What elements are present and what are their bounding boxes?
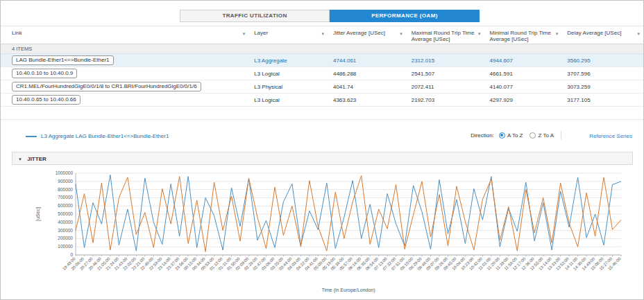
column-header-min-rtt-average[interactable]: Minimal Round Trip Time Average [USec] ▾ xyxy=(484,30,561,42)
jitter-panel-title: JITTER xyxy=(27,156,46,162)
cell-jitter: 4041.74 xyxy=(328,84,406,90)
cell-min-rtt: 4140.077 xyxy=(484,84,561,90)
svg-text:500000: 500000 xyxy=(58,211,73,216)
cell-link: LAG Bundle-Ether1<=>Bundle-Ether1 xyxy=(1,55,248,65)
section-divider xyxy=(1,119,643,120)
column-label: Delay Average [USec] xyxy=(567,30,621,36)
direction-option-a-to-z[interactable]: A To Z xyxy=(499,132,523,139)
cell-layer: L3 Aggregate xyxy=(248,58,328,64)
link-chip[interactable]: 10.40.0.65 to 10.40.0.66 xyxy=(12,95,80,105)
direction-label: Direction: xyxy=(471,132,494,139)
cell-delay: 3707.596 xyxy=(561,71,643,77)
link-chip[interactable]: 10.40.0.10 to 10.40.0.9 xyxy=(12,69,77,78)
chevron-down-icon[interactable]: ▾ xyxy=(321,30,324,37)
column-label: Jitter Average [USec] xyxy=(333,30,385,36)
legend-label: L3 Aggregate LAG Bundle-Ether1<=>Bundle-… xyxy=(41,133,169,139)
direction-option-z-to-a[interactable]: Z To A xyxy=(529,132,554,139)
reference-series-link[interactable]: Reference Series xyxy=(589,133,632,139)
radio-label: A To Z xyxy=(507,132,523,139)
column-label: Minimal Round Trip Time Average [USec] xyxy=(489,30,550,42)
direction-controls: Direction: A To Z Z To A xyxy=(471,131,561,139)
svg-text:600000: 600000 xyxy=(58,203,73,208)
svg-text:100000: 100000 xyxy=(58,244,73,249)
svg-text:900000: 900000 xyxy=(58,179,73,184)
cell-link: CR1.MEL/FourHundredGigE0/0/1/8 to CR1.BR… xyxy=(1,82,248,91)
column-header-max-rtt-average[interactable]: Maximal Round Trip Time Average [USec] ▾ xyxy=(406,30,484,42)
cell-max-rtt: 2192.703 xyxy=(406,97,484,103)
column-label: Maximal Round Trip Time Average [USec] xyxy=(412,30,475,42)
table-row[interactable]: CR1.MEL/FourHundredGigE0/0/1/8 to CR1.BR… xyxy=(1,80,643,94)
table-row[interactable]: 10.40.0.65 to 10.40.0.66 L3 Logical 4363… xyxy=(1,94,643,107)
performance-dashboard: TRAFFIC UTILIZATION PERFORMANCE (OAM) Li… xyxy=(0,0,644,300)
cell-jitter: 4744.061 xyxy=(328,58,406,64)
link-chip[interactable]: CR1.MEL/FourHundredGigE0/0/1/8 to CR1.BR… xyxy=(12,82,201,91)
legend-line-swatch xyxy=(26,136,37,137)
cell-layer: L3 Logical xyxy=(248,71,328,77)
direction-radio[interactable] xyxy=(499,132,505,139)
cell-delay: 3073.259 xyxy=(561,84,643,90)
cell-max-rtt: 2541.507 xyxy=(406,71,484,77)
column-header-jitter-average[interactable]: Jitter Average [USec] ▾ xyxy=(328,30,406,36)
view-tabs: TRAFFIC UTILIZATION PERFORMANCE (OAM) xyxy=(180,10,480,22)
tab-performance-oam[interactable]: PERFORMANCE (OAM) xyxy=(330,10,480,22)
svg-text:200000: 200000 xyxy=(58,236,73,240)
column-header-delay-average[interactable]: Delay Average [USec] ▾ xyxy=(561,30,643,36)
cell-max-rtt: 2312.015 xyxy=(406,58,484,64)
table-row[interactable]: 10.40.0.10 to 10.40.0.9 L3 Logical 4486.… xyxy=(1,67,643,80)
jitter-chart: 0100000200000300000400000500000600000700… xyxy=(12,165,632,297)
cell-min-rtt: 4297.929 xyxy=(484,97,561,103)
cell-jitter: 4363.623 xyxy=(328,97,406,103)
cell-link: 10.40.0.65 to 10.40.0.66 xyxy=(1,95,248,105)
svg-text:[uSec]: [uSec] xyxy=(35,207,41,221)
cell-delay: 3560.295 xyxy=(561,58,643,64)
radio-label: Z To A xyxy=(538,132,554,139)
cell-jitter: 4486.288 xyxy=(328,71,406,77)
chevron-down-icon[interactable]: ▾ xyxy=(478,30,481,37)
cell-min-rtt: 4944.607 xyxy=(484,58,561,64)
svg-text:700000: 700000 xyxy=(58,195,73,200)
cell-delay: 3177.105 xyxy=(561,97,643,103)
direction-radio[interactable] xyxy=(529,132,536,139)
chart-legend: L3 Aggregate LAG Bundle-Ether1<=>Bundle-… xyxy=(26,133,169,139)
table-row[interactable]: LAG Bundle-Ether1<=>Bundle-Ether1 L3 Agg… xyxy=(1,54,643,67)
chevron-down-icon[interactable]: ▾ xyxy=(556,30,559,37)
links-table: Link ▾ Layer ▾ Jitter Average [USec] ▾ M… xyxy=(1,26,643,107)
column-header-layer[interactable]: Layer ▾ xyxy=(248,30,328,36)
cell-layer: L3 Physical xyxy=(248,84,328,90)
svg-text:1000000: 1000000 xyxy=(56,170,74,175)
cell-max-rtt: 2072.411 xyxy=(406,84,484,90)
link-chip[interactable]: LAG Bundle-Ether1<=>Bundle-Ether1 xyxy=(12,55,114,65)
chevron-down-icon[interactable]: ▾ xyxy=(400,30,402,37)
vertical-separator xyxy=(561,131,561,139)
column-label: Layer xyxy=(254,30,268,36)
chevron-down-icon[interactable]: ▾ xyxy=(243,30,246,37)
jitter-chart-area: 0100000200000300000400000500000600000700… xyxy=(12,165,633,300)
tab-traffic-utilization[interactable]: TRAFFIC UTILIZATION xyxy=(180,10,330,22)
svg-text:300000: 300000 xyxy=(58,228,73,233)
column-label: Link xyxy=(12,30,22,36)
jitter-panel-header[interactable]: ▼ JITTER xyxy=(12,152,633,165)
table-header: Link ▾ Layer ▾ Jitter Average [USec] ▾ M… xyxy=(1,26,643,44)
svg-text:Time (in Europe/London): Time (in Europe/London) xyxy=(321,288,375,293)
items-count-band: 4 ITEMS xyxy=(1,44,643,54)
jitter-panel: ▼ JITTER 0100000200000300000400000500000… xyxy=(12,152,633,297)
chevron-down-icon[interactable]: ▾ xyxy=(637,30,640,37)
svg-text:800000: 800000 xyxy=(58,187,73,192)
cell-layer: L3 Logical xyxy=(248,97,328,103)
triangle-down-icon: ▼ xyxy=(18,157,22,161)
cell-min-rtt: 4661.591 xyxy=(484,71,561,77)
cell-link: 10.40.0.10 to 10.40.0.9 xyxy=(1,69,248,78)
column-header-link[interactable]: Link ▾ xyxy=(1,30,248,36)
svg-text:400000: 400000 xyxy=(58,220,73,224)
